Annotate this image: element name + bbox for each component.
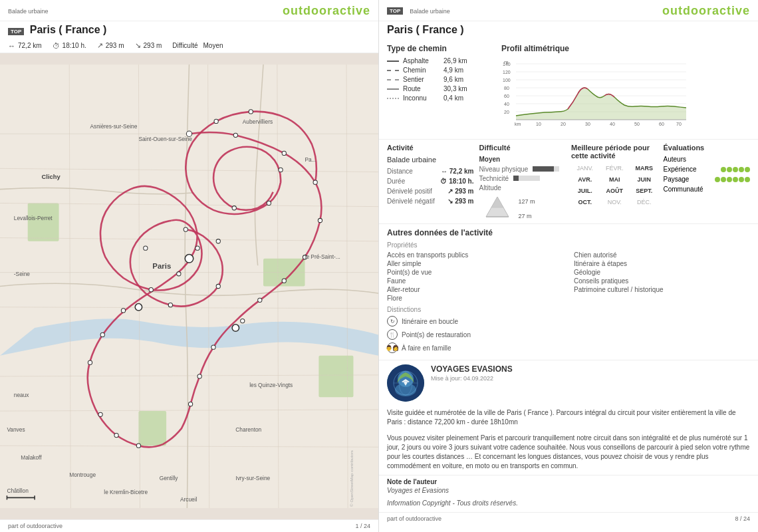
activite-denivelé-pos-row: Dénivelé positif ↗ 293 m: [387, 188, 474, 195]
chemin-row-sentier: Sentier 9,6 km: [387, 76, 493, 83]
svg-point-52: [135, 304, 142, 311]
svg-point-35: [184, 227, 188, 231]
left-header: Balade urbaine outdooractive: [0, 0, 378, 21]
svg-point-28: [136, 444, 140, 448]
svg-text:-Seine: -Seine: [14, 271, 30, 277]
svg-text:Aubervilliers: Aubervilliers: [243, 118, 273, 125]
line-sentier: [387, 79, 399, 80]
activite-title: Activité: [387, 144, 474, 152]
period-grid: JANV. FÉVR. MARS AVR. MAI JUIN JUIL. AOÛ…: [571, 164, 658, 207]
prop-patrimoine: Patrimoine culturel / historique: [574, 286, 750, 293]
right-title: Paris ( France ): [379, 21, 758, 40]
month-oct: OCT.: [571, 198, 599, 207]
month-janv: JANV.: [571, 164, 599, 173]
svg-point-34: [195, 246, 199, 250]
svg-point-40: [232, 206, 236, 210]
difficulte-val: Moyen: [479, 156, 501, 163]
ascent-value: 293 m: [106, 42, 124, 49]
descent-value: 293 m: [144, 42, 162, 49]
eval-experience-row: Expérience: [664, 166, 751, 173]
svg-text:100: 100: [503, 78, 511, 82]
prop-geologie: Géologie: [574, 269, 750, 276]
stat-duration: ⏱ 18:10 h.: [53, 42, 86, 50]
distance-label: Distance: [387, 168, 413, 175]
avatar-svg: [387, 364, 424, 402]
svg-point-22: [282, 151, 286, 155]
map-container: Asnières-sur-Seine Aubervilliers Saint-O…: [0, 53, 378, 519]
line-route: [387, 88, 399, 90]
svg-text:les Quinze-Vingts: les Quinze-Vingts: [249, 382, 293, 388]
niveau-label: Niveau physique: [479, 166, 567, 173]
paysage-dots: [715, 177, 750, 182]
svg-text:Arcueil: Arcueil: [180, 496, 197, 503]
svg-point-51: [185, 255, 193, 263]
svg-point-50: [318, 218, 322, 222]
author-info: VOYAGES EVASIONS Mise à jour: 04.09.2022: [431, 364, 750, 402]
stat-descent: ↘ 293 m: [135, 41, 162, 50]
month-avr: AVR.: [571, 175, 599, 184]
difficulty-value: Moyen: [203, 42, 223, 49]
svg-point-45: [100, 332, 104, 336]
month-nov: NOV.: [601, 198, 629, 207]
svg-text:Ivry-sur-Seine: Ivry-sur-Seine: [235, 475, 270, 481]
chemin-row-chemin: Chemin 4,9 km: [387, 66, 493, 74]
month-juin: JUIN: [630, 175, 658, 184]
eval-paysage-row: Paysage: [664, 176, 751, 183]
distance-val: 72,2 km: [449, 168, 474, 175]
altitude-min: 27 m: [519, 213, 535, 219]
line-inconnu: [387, 98, 399, 99]
svg-point-36: [144, 246, 148, 250]
clock-icon: ⏱: [53, 42, 60, 50]
author-date: Mise à jour: 04.09.2022: [431, 375, 750, 382]
copyright-text: Information Copyright - Tous droits rése…: [379, 497, 758, 512]
denivelé-pos-val: 293 m: [455, 188, 473, 195]
svg-text:120: 120: [503, 70, 511, 74]
svg-point-30: [88, 360, 92, 364]
other-data-title: Autres données de l'activité: [387, 228, 750, 237]
svg-text:70: 70: [676, 122, 682, 126]
svg-point-46: [114, 433, 118, 437]
technique-dots: [513, 175, 540, 182]
stat-distance: ↔ 72,2 km: [8, 42, 42, 50]
chemin-table: Asphalte 26,9 km Chemin 4,9 km Sentier 9…: [387, 57, 493, 102]
right-footer-left: part of outdooractive: [387, 515, 442, 522]
difficulte-val-row: Moyen: [479, 156, 567, 163]
svg-text:40: 40: [610, 122, 615, 126]
chemin-row-inconnu: Inconnu 0,4 km: [387, 94, 493, 102]
svg-text:neaux: neaux: [14, 392, 30, 398]
prop-itineraire: Itinéraire à étapes: [574, 260, 750, 267]
prop-faune: Faune: [387, 277, 563, 285]
svg-point-39: [216, 239, 220, 243]
denivelé-neg-label: Dénivelé négatif: [387, 198, 435, 205]
footer-left-text: part of outdooractive: [8, 523, 63, 529]
denivelé-neg-val: 293 m: [455, 198, 473, 205]
author-name: VOYAGES EVASIONS: [431, 364, 750, 374]
svg-point-21: [233, 133, 237, 137]
boucle-icon: ↻: [387, 316, 398, 327]
svg-marker-104: [491, 197, 503, 207]
svg-point-31: [121, 309, 125, 313]
svg-text:Montrouge: Montrouge: [69, 471, 96, 478]
svg-point-44: [214, 119, 218, 123]
communaute-label: Communauté: [664, 186, 703, 193]
svg-rect-3: [28, 203, 59, 241]
technique-label-row: Technicité: [479, 175, 567, 182]
profile-title: Profil altimétrique: [501, 44, 750, 53]
svg-text:20: 20: [561, 122, 566, 126]
right-header: TOP Balade urbaine outdooractive: [379, 0, 758, 21]
svg-point-42: [279, 168, 283, 172]
prop-chien: Chien autorisé: [574, 251, 750, 259]
activite-denivelé-neg-row: Dénivelé négatif ↘ 293 m: [387, 198, 474, 205]
svg-text:© OpenStreetMap contributors: © OpenStreetMap contributors: [349, 450, 354, 507]
difficulte-title: Difficulté: [479, 144, 567, 152]
activity-section: Activité Balade urbaine Distance ↔ 72,2 …: [379, 139, 758, 223]
svg-text:km: km: [515, 122, 521, 126]
distinctions-list: ↻ Itinéraire en boucle 🍴 Point(s) de res…: [387, 316, 750, 353]
svg-point-38: [216, 284, 220, 288]
altitude-chart: [479, 194, 516, 219]
altitude-visual: 127 m 27 m: [479, 194, 567, 219]
svg-text:Paris: Paris: [152, 262, 171, 270]
stat-ascent: ↗ 293 m: [97, 41, 124, 50]
left-page: Balade urbaine outdooractive TOP Paris (…: [0, 0, 379, 532]
svg-text:Vanves: Vanves: [7, 426, 25, 433]
